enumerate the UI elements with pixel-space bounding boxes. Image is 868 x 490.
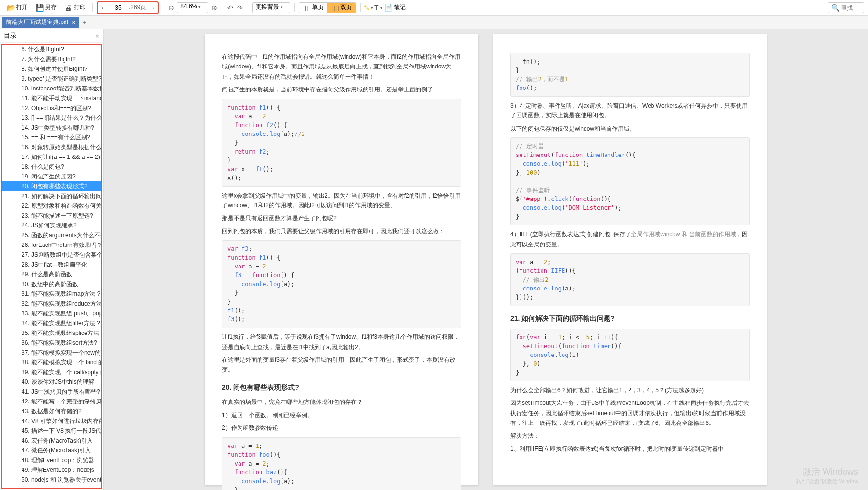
toc-item[interactable]: 17. 如何让if(a == 1 && a == 2)条件 [2, 152, 101, 162]
sidebar: 目录 × 6. 什么是BigInt?7. 为什么需要BigInt?8. 如何创建… [0, 29, 104, 490]
toc-item[interactable]: 33. 能不能实现数组 push、pop 方法 [2, 309, 101, 318]
code-block: // 定时器 setTimeout(function timeHandler()… [510, 137, 750, 225]
toc-item[interactable]: 46. 宏任务(MacroTask)引入 [2, 436, 101, 445]
toc-item[interactable]: 12. Object.is和===的区别? [2, 103, 101, 113]
para: 3）在定时器、事件监听、Ajax请求、跨窗口通信、Web Workers或者任何… [510, 101, 750, 121]
sidebar-title: 目录 [4, 31, 17, 40]
document-content[interactable]: 在这段代码中，f1的作用域指向有全局作用域(window)和它本身，而f2的作用… [104, 29, 868, 490]
toc-item[interactable]: 44. V8 引擎如何进行垃圾内存的回收? [2, 416, 101, 426]
toc-item[interactable]: 50. nodejs 和 浏览器关于eventLoop [2, 475, 101, 485]
redo-icon[interactable]: ↷ [236, 4, 244, 12]
toc-item[interactable]: 23. 能不能描述一下原型链? [2, 211, 101, 221]
toc-item[interactable]: 43. 数据是如何存储的? [2, 406, 101, 416]
toc-item[interactable]: 26. forEach中return有效果吗？如何 [2, 240, 101, 250]
toc-item[interactable]: 15. == 和 ===有什么区别? [2, 133, 101, 142]
toc-item[interactable]: 37. 能不能模拟实现一个new的效果? [2, 348, 101, 357]
toc-item[interactable]: 22. 原型对象和构造函数有何关系? [2, 201, 101, 211]
main-toolbar: 📂打开 💾另存 🖨打印 ← /269页 → ⊖ 84.6% ⊕ ↶ ↷ 更换背景… [0, 0, 868, 16]
tab-label: 前端大厂面试题宝典.pdf [6, 18, 68, 26]
undo-icon[interactable]: ↶ [226, 4, 234, 12]
toc-item[interactable]: 16. 对象转原始类型是根据什么流程运 [2, 142, 101, 152]
toc-item[interactable]: 19. 闭包产生的原因? [2, 172, 101, 181]
para: 1、利用IIFE(立即执行函数表达式)当每次for循环时，把此时的i变量传递到定… [510, 444, 750, 454]
notes-label[interactable]: 笔记 [394, 3, 406, 12]
highlight-tool-icon[interactable]: ✎ [365, 4, 372, 12]
next-page-icon[interactable]: → [148, 4, 156, 12]
view-single-button[interactable]: ▯单页 [299, 3, 327, 13]
add-tab-button[interactable]: + [82, 19, 86, 26]
para: 闭包产生的本质就是，当前环境中存在指向父级作用域的引用。还是举上面的例子: [222, 85, 461, 94]
toc-item[interactable]: 24. JS如何实现继承? [2, 221, 101, 230]
toc-item[interactable]: 41. JS中浅拷贝的手段有哪些? [2, 387, 101, 397]
code-block: var a = 2; (function IIFE(){ // 输出2 cons… [510, 253, 750, 306]
toc-item[interactable]: 49. 理解EventLoop：nodejs [2, 465, 101, 475]
text-tool-icon[interactable]: T [374, 4, 382, 12]
toc-item[interactable]: 13. [] == ![]结果是什么？为什么？ [2, 113, 101, 123]
zoom-out-icon[interactable]: ⊖ [167, 4, 175, 12]
code-block: var a = 1; function foo(){ var a = 2; fu… [222, 437, 461, 490]
para: 因为setTimeout为宏任务，由于JS中单线程eventLoop机制，在主线… [510, 398, 750, 428]
toc-item[interactable]: 7. 为什么需要BigInt? [2, 54, 101, 64]
code-block: for(var i = 1; i <= 5; i ++){ setTimeout… [510, 329, 750, 381]
toc-item[interactable]: 6. 什么是BigInt? [2, 45, 101, 54]
view-double-button[interactable]: ▯▯双页 [327, 3, 356, 13]
toc-item[interactable]: 47. 微任务(MicroTask)引入 [2, 445, 101, 455]
toc-item[interactable]: 8. 如何创建并使用BigInt? [2, 64, 101, 74]
page-navigator: ← /269页 → [97, 1, 159, 14]
close-sidebar-icon[interactable]: × [95, 32, 99, 40]
toc-item[interactable]: 42. 能不能写一个完整的深拷贝? [2, 397, 101, 406]
para: 在真实的场景中，究竟在哪些地方能体现闭包的存在？ [222, 397, 461, 407]
heading-21: 21. 如何解决下面的循环输出问题? [510, 313, 750, 325]
search-icon: 🔍 [831, 4, 839, 12]
toc-item[interactable]: 14. JS中类型转换有哪几种? [2, 123, 101, 133]
toc-item[interactable]: 45. 描述一下 V8 执行一段JS代码的过 [2, 426, 101, 436]
print-button[interactable]: 🖨打印 [62, 2, 88, 14]
toc-item[interactable]: 30. 数组中的高阶函数 [2, 279, 101, 289]
print-icon: 🖨 [65, 4, 72, 12]
toc-item[interactable]: 20. 闭包有哪些表现形式? [2, 181, 101, 191]
toc-item[interactable]: 32. 能不能实现数组reduce方法 ? [2, 299, 101, 309]
toc-item[interactable]: 27. JS判断数组中是否包含某个值 [2, 250, 101, 260]
heading-20: 20. 闭包有哪些表现形式? [222, 382, 461, 394]
para: 那是不是只有返回函数才算是产生了闭包呢? [222, 213, 461, 223]
toc-item[interactable]: 28. JS中flat---数组扁平化 [2, 260, 101, 269]
close-icon[interactable]: × [71, 19, 75, 26]
para: 在这里是外面的变量f3存在着父级作用域的引用，因此产生了闭包，形式变了，本质没有… [222, 355, 461, 375]
background-select[interactable]: 更换背景 [252, 2, 290, 13]
zoom-in-icon[interactable]: ⊕ [210, 4, 218, 12]
toc-item[interactable]: 35. 能不能实现数组splice方法 ? [2, 328, 101, 338]
zoom-select[interactable]: 84.6% [177, 2, 208, 13]
toc-item[interactable]: 36. 能不能实现数组sort方法? [2, 338, 101, 348]
para: 解决方法： [510, 431, 750, 441]
toc-list[interactable]: 6. 什么是BigInt?7. 为什么需要BigInt?8. 如何创建并使用Bi… [1, 44, 102, 489]
toc-item[interactable]: 21. 如何解决下面的循环输出问题? [2, 191, 101, 201]
para: 回到闭包的本质，我们只需要让父级作用域的引用存在即可，因此我们还可以这么做： [222, 226, 461, 236]
folder-icon: 📂 [7, 4, 15, 12]
toc-item[interactable]: 39. 能不能实现一个 call/apply 函数? [2, 367, 101, 377]
saveas-button[interactable]: 💾另存 [33, 2, 60, 14]
toc-item[interactable]: 38. 能不能模拟实现一个 bind 的效果 [2, 357, 101, 367]
para: 为什么会全部输出6？如何改进，让它输出1，2，3，4，5？(方法越多越好) [510, 385, 750, 395]
toc-item[interactable]: 48. 理解EventLoop：浏览器 [2, 455, 101, 465]
toc-item[interactable]: 31. 能不能实现数组map方法 ? [2, 289, 101, 299]
file-tab[interactable]: 前端大厂面试题宝典.pdf × [2, 17, 79, 28]
open-button[interactable]: 📂打开 [4, 2, 31, 14]
toc-item[interactable]: 18. 什么是闭包? [2, 162, 101, 172]
toc-item[interactable]: 10. instanceof能否判断基本数据类型 [2, 84, 101, 93]
toc-item[interactable]: 29. 什么是高阶函数 [2, 269, 101, 279]
toc-item[interactable]: 25. 函数的arguments为什么不是数组 [2, 230, 101, 240]
toc-item[interactable]: 9. typeof 是否能正确判断类型? [2, 74, 101, 84]
search-input[interactable] [841, 4, 861, 11]
page-input[interactable] [109, 4, 127, 11]
toc-item[interactable]: 34. 能不能实现数组filter方法 ? [2, 318, 101, 328]
notes-tool-icon[interactable]: 📄 [384, 4, 392, 12]
search-box[interactable]: 🔍 [828, 2, 864, 13]
page-left: 在这段代码中，f1的作用域指向有全局作用域(window)和它本身，而f2的作用… [205, 34, 478, 485]
tab-bar: 前端大厂面试题宝典.pdf × + [0, 16, 868, 29]
page-right: fn(); } // 输出2，而不是1 foo(); 3）在定时器、事件监听、A… [493, 34, 767, 485]
para: 4）IIFE(立即执行函数表达式)创建闭包, 保存了全局作用域window 和 … [510, 229, 750, 249]
prev-page-icon[interactable]: ← [100, 4, 108, 12]
para: 让f1执行，给f3赋值后，等于说现在f3拥有了window、f1和f3本身这几个… [222, 332, 461, 352]
toc-item[interactable]: 11. 能不能手动实现一下instanceof的 [2, 93, 101, 103]
toc-item[interactable]: 40. 谈谈你对JS中this的理解 [2, 377, 101, 387]
